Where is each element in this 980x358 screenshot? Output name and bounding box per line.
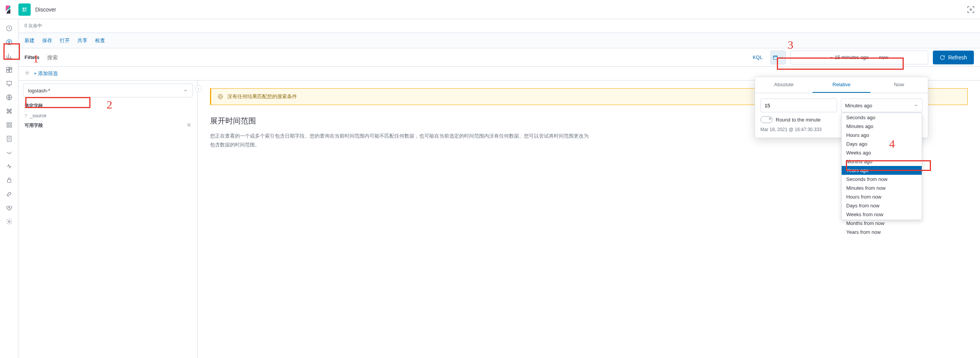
unit-option[interactable]: Days from now bbox=[842, 201, 922, 210]
toolbar-share[interactable]: 共享 bbox=[77, 37, 87, 44]
nav-visualize-icon[interactable] bbox=[3, 50, 15, 62]
tab-relative[interactable]: Relative bbox=[813, 77, 870, 93]
svg-point-2 bbox=[7, 39, 12, 45]
unit-option[interactable]: Minutes ago bbox=[842, 122, 922, 131]
query-bar: Filters KQL ~ 15 minutes ago → now Refre… bbox=[18, 48, 980, 67]
svg-rect-17 bbox=[10, 126, 11, 128]
svg-point-23 bbox=[189, 125, 190, 126]
svg-point-11 bbox=[7, 112, 8, 113]
svg-point-22 bbox=[26, 72, 28, 74]
nav-management-icon[interactable] bbox=[3, 215, 15, 228]
field-type-unknown-icon: ? bbox=[25, 113, 27, 118]
nav-uptime-icon[interactable] bbox=[3, 160, 15, 172]
hitcount-text: 0 次命中 bbox=[25, 23, 42, 29]
nav-canvas-icon[interactable] bbox=[3, 77, 15, 90]
unit-option[interactable]: Months from now bbox=[842, 219, 922, 228]
selected-fields-label: 选定字段 bbox=[25, 103, 43, 109]
add-filter-link[interactable]: + 添加筛选 bbox=[34, 70, 58, 77]
time-picker-popover: Absolute Relative Now Minutes ago Second… bbox=[755, 77, 928, 138]
nav-siem-icon[interactable] bbox=[3, 174, 15, 186]
kql-toggle[interactable]: KQL bbox=[750, 54, 766, 60]
nav-dashboard-icon[interactable] bbox=[3, 64, 15, 76]
quick-select-button[interactable] bbox=[770, 51, 786, 64]
filters-label: Filters bbox=[25, 54, 39, 60]
field-name: _source bbox=[30, 113, 46, 118]
round-toggle[interactable] bbox=[760, 116, 773, 123]
unit-selected-label: Minutes ago bbox=[845, 103, 872, 108]
refresh-label: Refresh bbox=[948, 54, 967, 61]
svg-rect-21 bbox=[773, 56, 778, 59]
tab-absolute[interactable]: Absolute bbox=[755, 77, 813, 93]
fields-settings-icon[interactable] bbox=[187, 123, 191, 128]
nav-infra-icon[interactable] bbox=[3, 119, 15, 131]
chevron-down-icon bbox=[779, 55, 783, 60]
unit-option[interactable]: Seconds from now bbox=[842, 175, 922, 184]
search-input[interactable] bbox=[47, 51, 745, 64]
collapse-sidebar-icon[interactable]: ‹ bbox=[195, 85, 202, 92]
unit-option[interactable]: Years ago bbox=[842, 166, 922, 175]
refresh-icon bbox=[940, 55, 945, 60]
toolbar-new[interactable]: 新建 bbox=[25, 37, 34, 44]
relative-unit-select[interactable]: Minutes ago Seconds agoMinutes agoHours … bbox=[841, 99, 923, 112]
fullscreen-icon[interactable] bbox=[966, 5, 975, 14]
svg-rect-15 bbox=[10, 123, 11, 125]
refresh-button[interactable]: Refresh bbox=[933, 51, 974, 64]
breadcrumb-title: Discover bbox=[35, 7, 56, 13]
popover-tabs: Absolute Relative Now bbox=[755, 77, 928, 93]
unit-option[interactable]: Days ago bbox=[842, 140, 922, 148]
available-fields-header: 可用字段 bbox=[18, 120, 197, 131]
unit-option[interactable]: Weeks ago bbox=[842, 148, 922, 157]
toolbar-open[interactable]: 打开 bbox=[60, 37, 70, 44]
calendar-icon bbox=[773, 55, 778, 60]
unit-dropdown: Seconds agoMinutes agoHours agoDays agoW… bbox=[841, 113, 922, 220]
tab-now[interactable]: Now bbox=[870, 77, 928, 93]
svg-point-12 bbox=[10, 112, 11, 113]
expand-range-text: 您正在查看的一个或多个索引包含日期字段。您的查询在当前时间范围内可能不匹配任何数… bbox=[210, 131, 593, 149]
nav-rail bbox=[0, 19, 18, 358]
warning-text: 没有任何结果匹配您的搜索条件 bbox=[227, 93, 297, 100]
svg-rect-3 bbox=[7, 67, 9, 69]
arrow-right-icon: → bbox=[872, 55, 876, 60]
unit-option[interactable]: Weeks from now bbox=[842, 210, 922, 219]
svg-point-25 bbox=[219, 95, 221, 97]
toolbar-inspect[interactable]: 检查 bbox=[95, 37, 105, 44]
svg-rect-5 bbox=[9, 69, 11, 72]
unit-option[interactable]: Months ago bbox=[842, 157, 922, 166]
unit-option[interactable]: Years from now bbox=[842, 228, 922, 236]
unit-option[interactable]: Seconds ago bbox=[842, 113, 922, 122]
selected-fields-header: 选定字段 bbox=[18, 100, 197, 112]
relative-value-input[interactable] bbox=[760, 99, 837, 112]
main-area: 0 次命中 新建 保存 打开 共享 检查 Filters KQL ~ 15 mi… bbox=[18, 19, 980, 358]
nav-maps-icon[interactable] bbox=[3, 91, 15, 103]
nav-logs-icon[interactable] bbox=[3, 133, 15, 145]
nav-ml-icon[interactable] bbox=[3, 105, 15, 117]
warning-icon bbox=[217, 94, 223, 100]
top-header: 默 Discover bbox=[0, 0, 980, 19]
index-pattern-select[interactable]: logstash-* bbox=[23, 84, 193, 97]
fields-sidebar: logstash-* ‹ 选定字段 ? _source 可用字段 bbox=[18, 80, 198, 358]
available-fields-label: 可用字段 bbox=[25, 122, 43, 129]
unit-option[interactable]: Hours ago bbox=[842, 131, 922, 140]
unit-option[interactable]: Hours from now bbox=[842, 192, 922, 201]
svg-point-9 bbox=[7, 109, 8, 110]
nav-devtools-icon[interactable] bbox=[3, 188, 15, 200]
nav-apm-icon[interactable] bbox=[3, 146, 15, 159]
nav-recent-icon[interactable] bbox=[3, 22, 15, 34]
svg-point-10 bbox=[10, 109, 11, 110]
svg-rect-7 bbox=[7, 81, 11, 85]
time-range-button[interactable]: ~ 15 minutes ago → now bbox=[790, 51, 928, 64]
svg-point-20 bbox=[8, 221, 10, 223]
popover-body: Minutes ago Seconds agoMinutes agoHours … bbox=[755, 93, 928, 138]
field-source[interactable]: ? _source bbox=[18, 112, 197, 120]
chevron-down-icon bbox=[183, 88, 188, 93]
filter-settings-icon[interactable] bbox=[25, 70, 30, 77]
index-pattern-label: logstash-* bbox=[28, 88, 50, 94]
round-label: Round to the minute bbox=[776, 117, 821, 123]
kibana-logo-icon[interactable] bbox=[5, 5, 14, 14]
unit-option[interactable]: Minutes from now bbox=[842, 184, 922, 192]
svg-rect-19 bbox=[7, 180, 11, 183]
svg-rect-16 bbox=[7, 126, 9, 128]
toolbar-save[interactable]: 保存 bbox=[42, 37, 52, 44]
nav-monitoring-icon[interactable] bbox=[3, 202, 15, 214]
nav-discover-icon[interactable] bbox=[3, 36, 15, 48]
